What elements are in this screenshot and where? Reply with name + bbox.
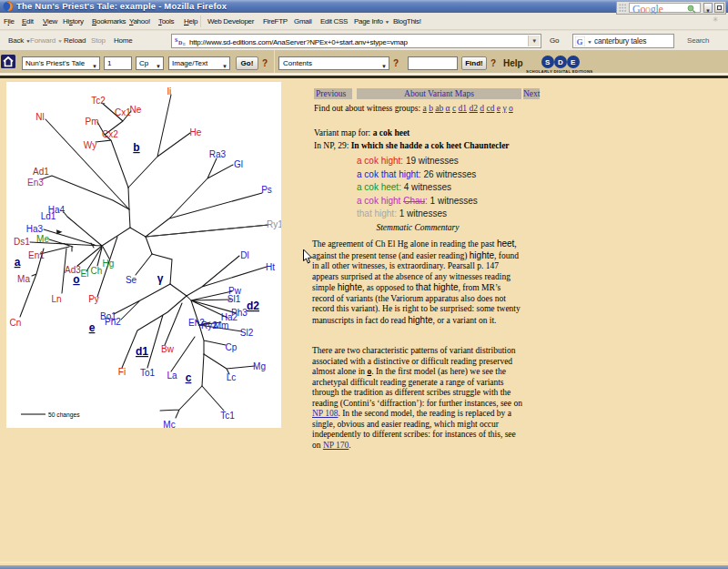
svg-text:Google: Google xyxy=(632,4,663,14)
